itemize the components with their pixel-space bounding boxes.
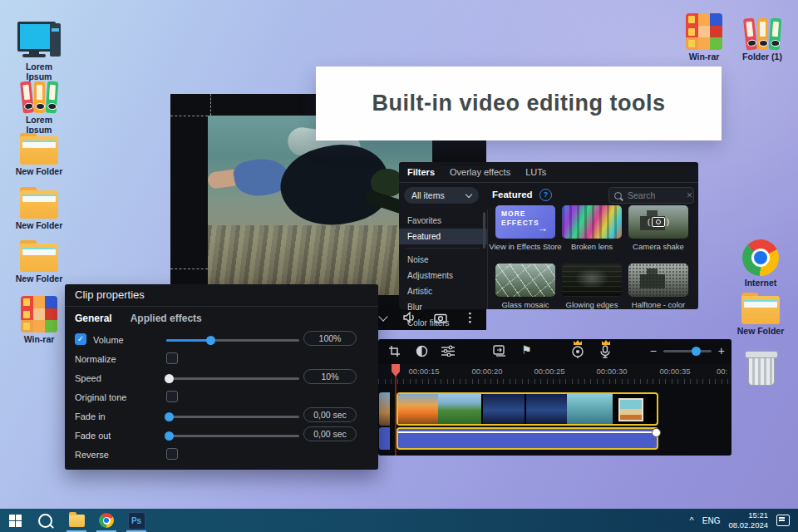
clip-properties-tabs: General Applied effects bbox=[75, 313, 202, 324]
effects-store-card[interactable]: MORE EFFECTS → bbox=[495, 205, 555, 239]
desktop-icon-computer[interactable]: Lorem Ipsum bbox=[12, 22, 66, 81]
effect-label[interactable]: View in Effects Store bbox=[489, 242, 562, 251]
effect-thumb-halftone[interactable] bbox=[628, 264, 688, 297]
desktop-icon-binders[interactable]: Lorem Ipsum bbox=[12, 80, 66, 135]
category-favorites[interactable]: Favorites bbox=[399, 213, 487, 229]
row-label: Speed bbox=[75, 373, 101, 383]
category-featured[interactable]: Featured bbox=[399, 229, 487, 244]
tab-applied-effects[interactable]: Applied effects bbox=[131, 313, 202, 324]
notification-center-icon[interactable] bbox=[776, 515, 790, 526]
fade-out-slider[interactable] bbox=[166, 435, 299, 437]
crop-tool-icon[interactable] bbox=[388, 345, 401, 357]
all-items-dropdown[interactable]: All items bbox=[404, 187, 479, 204]
crown-badge-icon bbox=[602, 340, 610, 345]
row-label: Original tone bbox=[75, 392, 126, 402]
effect-thumb-glass-mosaic[interactable] bbox=[495, 264, 555, 297]
effect-thumb-camera-shake[interactable]: () bbox=[628, 205, 688, 239]
desktop-icon-label: New Folder bbox=[734, 327, 787, 337]
tab-luts[interactable]: LUTs bbox=[525, 167, 546, 177]
desktop-icon-folder1[interactable]: Folder (1) bbox=[736, 17, 789, 62]
ruler-timestamp: 00: bbox=[717, 367, 760, 376]
category-noise[interactable]: Noise bbox=[399, 252, 487, 268]
fade-in-row: Fade in 0,00 sec bbox=[65, 409, 378, 426]
effect-label[interactable]: Halftone - color bbox=[622, 300, 695, 309]
volume-slider[interactable] bbox=[166, 339, 299, 342]
crop-guide-horizontal bbox=[170, 116, 208, 116]
crop-guide-vertical bbox=[210, 94, 211, 116]
desktop-icon-winrar-2[interactable]: Win-rar bbox=[677, 13, 731, 62]
category-blur[interactable]: Blur bbox=[399, 299, 487, 315]
category-artistic[interactable]: Artistic bbox=[399, 283, 487, 299]
desktop-icon-folder-2[interactable]: New Folder bbox=[12, 187, 66, 231]
zoom-in-icon[interactable]: + bbox=[718, 344, 725, 357]
slow-motion-icon[interactable] bbox=[416, 345, 428, 357]
taskbar-photoshop[interactable]: Ps bbox=[124, 509, 149, 532]
effect-thumb-broken-lens[interactable] bbox=[562, 205, 622, 239]
binders-icon bbox=[20, 80, 58, 113]
system-tray: ^ ENG 15:21 08.02.2024 bbox=[690, 510, 798, 530]
timeline-ruler[interactable]: 00:00:15 00:00:20 00:00:25 00:00:30 00:0… bbox=[378, 364, 732, 384]
desktop-icon-folder-right[interactable]: New Folder bbox=[734, 293, 787, 337]
voice-record-icon[interactable] bbox=[599, 345, 611, 358]
reverse-checkbox[interactable] bbox=[166, 448, 178, 460]
desktop-icon-folder-1[interactable]: New Folder bbox=[12, 133, 66, 177]
slider-knob[interactable] bbox=[165, 412, 174, 421]
tray-expand-icon[interactable]: ^ bbox=[690, 515, 694, 525]
desktop-icon-winrar[interactable]: Win-rar bbox=[12, 296, 66, 345]
desktop-icon-label: New Folder bbox=[12, 221, 66, 231]
zoom-slider[interactable] bbox=[663, 350, 712, 352]
banner: Built-in video editing tools bbox=[316, 66, 722, 140]
filters-tab-bar: Filters Overlay effects LUTs bbox=[399, 162, 698, 183]
clip-fragment-video[interactable] bbox=[379, 392, 390, 426]
normalize-checkbox[interactable] bbox=[166, 352, 178, 364]
selected-audio-clip[interactable] bbox=[397, 427, 658, 450]
audio-volume-line[interactable] bbox=[398, 431, 657, 433]
effect-label[interactable]: Camera shake bbox=[622, 242, 695, 251]
taskbar-file-explorer[interactable] bbox=[64, 509, 89, 532]
desktop-icon-label: Internet bbox=[734, 278, 787, 288]
start-button[interactable] bbox=[2, 509, 27, 532]
effect-label[interactable]: Glass mosaic bbox=[489, 300, 562, 309]
help-question-icon[interactable]: ? bbox=[539, 189, 552, 201]
taskbar-chrome[interactable] bbox=[94, 509, 119, 532]
effect-thumb-glowing-edges[interactable] bbox=[562, 264, 622, 297]
language-indicator[interactable]: ENG bbox=[702, 516, 721, 525]
tab-filters[interactable]: Filters bbox=[407, 167, 435, 177]
tab-overlay-effects[interactable]: Overlay effects bbox=[450, 167, 510, 177]
category-adjustments[interactable]: Adjustments bbox=[399, 268, 487, 283]
scrollbar[interactable] bbox=[483, 212, 485, 249]
desktop-icon-folder-3[interactable]: New Folder bbox=[12, 240, 66, 284]
fade-in-slider[interactable] bbox=[166, 416, 299, 418]
desktop-icon-internet[interactable]: Internet bbox=[734, 239, 787, 288]
effects-grid: MORE EFFECTS → () View in Effects Store … bbox=[487, 205, 698, 309]
adjust-sliders-icon[interactable] bbox=[441, 345, 455, 357]
slider-knob[interactable] bbox=[165, 374, 174, 383]
clip-fragment-audio[interactable] bbox=[379, 427, 390, 450]
selected-video-clip[interactable] bbox=[397, 392, 658, 426]
category-color-filters[interactable]: Color filters bbox=[399, 315, 487, 331]
effect-label[interactable]: Broken lens bbox=[555, 242, 628, 251]
store-card-line1: MORE bbox=[501, 209, 549, 219]
row-label: Normalize bbox=[75, 354, 116, 364]
slider-knob[interactable] bbox=[206, 336, 215, 345]
effect-label[interactable]: Glowing edges bbox=[555, 300, 628, 309]
audio-volume-handle[interactable] bbox=[652, 428, 661, 437]
volume-checkbox[interactable]: ✓ bbox=[75, 333, 86, 345]
zoom-out-icon[interactable]: − bbox=[650, 344, 657, 357]
original-tone-row: Original tone bbox=[65, 390, 378, 406]
flag-marker-icon[interactable]: ⚑ bbox=[521, 343, 532, 357]
taskbar-clock[interactable]: 15:21 08.02.2024 bbox=[728, 510, 768, 530]
zoom-slider-knob[interactable] bbox=[692, 347, 701, 356]
folder-icon bbox=[20, 187, 58, 219]
speed-slider[interactable] bbox=[166, 377, 299, 380]
search-input[interactable] bbox=[626, 190, 682, 201]
tab-general[interactable]: General bbox=[75, 313, 112, 324]
winrar-icon bbox=[21, 296, 57, 332]
search-box[interactable]: × bbox=[608, 187, 694, 204]
taskbar-search-button[interactable] bbox=[32, 509, 57, 532]
motion-tracking-icon[interactable] bbox=[571, 345, 584, 358]
close-icon[interactable]: × bbox=[687, 190, 692, 201]
original-tone-checkbox[interactable] bbox=[166, 391, 178, 402]
slider-knob[interactable] bbox=[165, 431, 174, 441]
export-frame-icon[interactable] bbox=[493, 345, 507, 357]
